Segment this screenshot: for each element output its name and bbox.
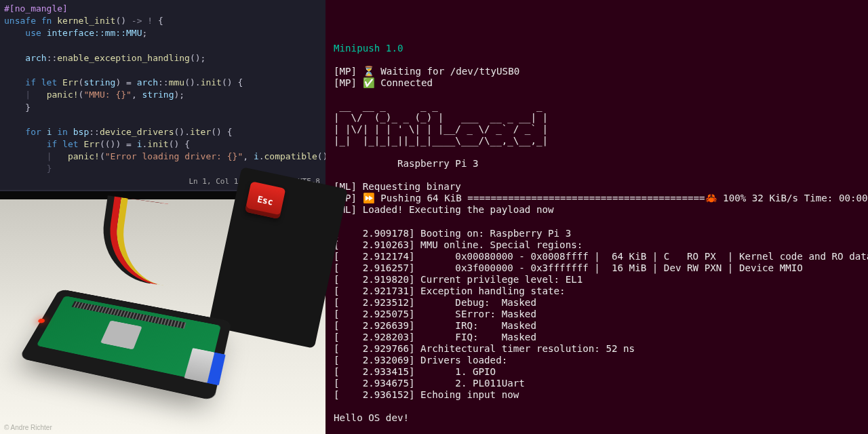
terminal-panel[interactable]: Minipush 1.0 [MP] ⏳ Waiting for /dev/tty… (326, 0, 868, 434)
esc-keycap: Esc (245, 181, 285, 219)
photo-panel: #[no_mangle] unsafe fn kernel_init() -> … (0, 0, 326, 434)
code-editor-screen: #[no_mangle] unsafe fn kernel_init() -> … (0, 0, 326, 190)
usb-ports (184, 348, 225, 385)
terminal-output: [MP] ⏳ Waiting for /dev/ttyUSB0 [MP] ✅ C… (334, 66, 861, 424)
terminal-title: Minipush 1.0 (334, 43, 861, 54)
code-block: #[no_mangle] unsafe fn kernel_init() -> … (4, 3, 321, 176)
photo-credit: © Andre Richter (4, 424, 52, 431)
soc-chip (100, 320, 142, 349)
raspberry-pi (34, 285, 224, 393)
status-pos: Ln 1, Col 1 (189, 176, 238, 187)
power-led (37, 318, 46, 323)
